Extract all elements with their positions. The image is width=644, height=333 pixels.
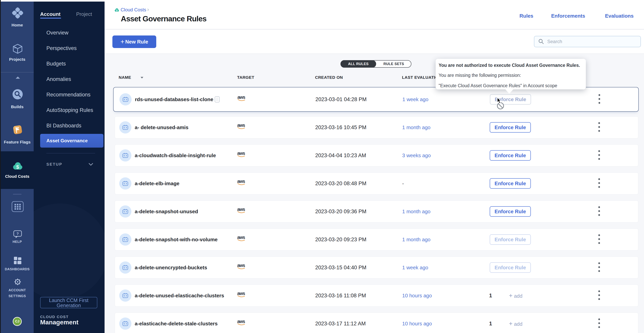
svg-text:aws: aws: [237, 320, 245, 324]
svg-text:aws: aws: [237, 236, 245, 240]
svg-text:aws: aws: [237, 124, 245, 128]
svg-text:?: ?: [16, 232, 19, 236]
svg-text:$: $: [116, 9, 118, 12]
svg-text:$: $: [16, 164, 19, 170]
svg-text:aws: aws: [237, 264, 245, 268]
svg-text:aws: aws: [237, 292, 245, 296]
svg-text:aws: aws: [237, 152, 245, 156]
svg-text:aws: aws: [237, 208, 245, 212]
svg-text:aws: aws: [238, 96, 245, 100]
svg-text:aws: aws: [237, 180, 245, 184]
